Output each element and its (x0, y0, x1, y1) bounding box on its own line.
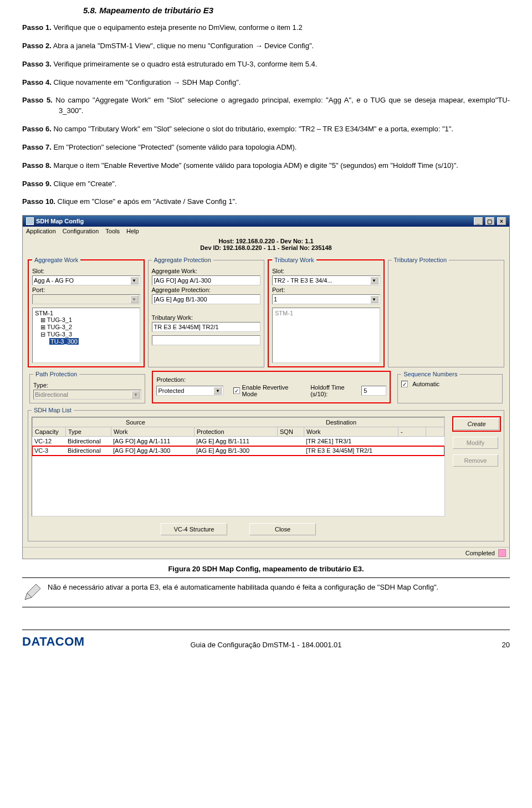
passo-5-label: Passo 5. (22, 96, 53, 104)
agg-prot-blank-value[interactable] (152, 335, 261, 345)
remove-button[interactable]: Remove (453, 454, 498, 467)
passo-9: Passo 9. Clique em "Create". (22, 179, 510, 190)
passo-10-label: Passo 10. (22, 197, 55, 206)
check-icon: ✓ (401, 381, 408, 387)
passo-10-text: Clique em "Close" e após em "Activate / … (55, 197, 237, 206)
passo-9-label: Passo 9. (22, 180, 52, 188)
chevron-down-icon: ▼ (131, 391, 140, 398)
agg-prot-aw-value[interactable]: [AG FO] Agg A/1-300 (152, 275, 261, 285)
app-icon (26, 217, 34, 225)
chevron-down-icon: ▼ (130, 277, 139, 284)
tree-item-selected[interactable]: TU-3_300 (49, 338, 79, 345)
table-row[interactable]: VC-3 Bidirectional [AG FO] Agg A/1-300 [… (32, 446, 444, 456)
col-group-source: Source (33, 419, 238, 426)
tree-item[interactable]: TUG-3_3 (47, 331, 72, 337)
agg-prot-ap-value[interactable]: [AG E] Agg B/1-300 (152, 294, 261, 304)
aggregate-work-groupbox: Aggregate Work Slot: Agg A - AG FO ▼ Por… (28, 257, 145, 367)
menu-application[interactable]: Application (26, 228, 56, 234)
col-dash[interactable]: - (398, 427, 426, 436)
maximize-button[interactable]: ▢ (485, 217, 494, 225)
passo-2: Passo 2. Abra a janela "DmSTM-1 View", c… (22, 41, 510, 52)
automatic-checkbox[interactable]: ✓ Automatic (401, 381, 499, 387)
modify-button[interactable]: Modify (453, 437, 498, 449)
passo-3: Passo 3. Verifique primeiramente se o qu… (22, 59, 510, 70)
passo-4: Passo 4. Clique novamente em "Configurat… (22, 78, 510, 88)
holdoff-label: Holdoff Time (s/10): (310, 384, 359, 397)
agg-prot-ap-label: Aggregate Protection: (152, 287, 261, 293)
passo-1-label: Passo 1. (22, 23, 52, 32)
tributary-work-groupbox: Tributary Work Slot: TR2 - TR E3 E 34/4.… (268, 257, 385, 367)
note-pencil-icon (22, 582, 42, 602)
trib-work-slot-value: TR2 - TR E3 E 34/4... (274, 277, 332, 284)
passo-6-text: No campo "Tributary Work" em "Slot" sele… (52, 125, 453, 133)
check-icon: ✓ (233, 387, 239, 394)
note-text: Não é necessário ativar a porta E3, ela … (48, 582, 438, 602)
col-work[interactable]: Work (111, 427, 195, 436)
path-protection-groupbox: Path Protection Type: Bidirectional ▼ (29, 371, 145, 403)
passo-8: Passo 8. Marque o item "Enable Revertive… (22, 161, 510, 171)
holdoff-input[interactable]: 5 (361, 386, 386, 396)
passo-6-label: Passo 6. (22, 125, 52, 133)
col-dest-work[interactable]: Work (304, 427, 398, 436)
col-capacity[interactable]: Capacity (33, 427, 66, 436)
titlebar[interactable]: SDH Map Config _ ▢ × (23, 216, 509, 227)
passo-4-label: Passo 4. (22, 78, 52, 86)
passo-10: Passo 10. Clique em "Close" e após em "A… (22, 197, 510, 207)
vc4-structure-button[interactable]: VC-4 Structure (161, 523, 227, 535)
svg-marker-0 (25, 584, 40, 600)
protection-groupbox: Protection: Protected ▼ ✓ Enable Reverti… (152, 371, 391, 403)
aggregate-work-legend: Aggregate Work (32, 257, 80, 263)
passo-3-text: Verifique primeiramente se o quadro está… (52, 60, 318, 68)
chevron-down-icon: ▼ (370, 295, 378, 303)
create-button[interactable]: Create (454, 418, 499, 430)
map-table[interactable]: Source Destination Capacity Type Work Pr… (32, 417, 445, 516)
enable-revertive-checkbox[interactable]: ✓ Enable Revertive Mode (233, 384, 300, 397)
passo-8-label: Passo 8. (22, 161, 52, 170)
close-button[interactable]: × (497, 217, 506, 225)
passo-1: Passo 1. Verifique que o equipamento est… (22, 23, 510, 33)
chevron-down-icon: ▼ (130, 295, 139, 303)
col-sqn[interactable]: SQN (278, 427, 304, 436)
chevron-down-icon: ▼ (213, 387, 222, 395)
page-footer: DATACOM Guia de Configuração DmSTM-1 - 1… (22, 630, 510, 649)
trib-work-tree[interactable]: STM-1 (272, 308, 380, 363)
passo-7-text: Em "Protection" selecione "Protected" (s… (52, 143, 297, 151)
col-protection[interactable]: Protection (195, 427, 278, 436)
note-box: Não é necessário ativar a porta E3, ela … (22, 577, 510, 607)
col-type[interactable]: Type (66, 427, 111, 436)
tree-item[interactable]: TUG-3_1 (47, 316, 72, 323)
agg-work-slot-label: Slot: (32, 268, 140, 274)
table-row[interactable]: VC-12 Bidirectional [AG FO] Agg A/1-111 … (32, 437, 444, 446)
passo-2-label: Passo 2. (22, 42, 52, 50)
agg-prot-tw-label: Tributary Work: (152, 314, 261, 321)
path-type-dropdown[interactable]: Bidirectional ▼ (33, 390, 141, 400)
agg-work-slot-dropdown[interactable]: Agg A - AG FO ▼ (32, 275, 140, 285)
aggregate-protection-legend: Aggregate Protection (152, 257, 213, 263)
enable-revertive-label: Enable Revertive Mode (242, 384, 301, 397)
close-dialog-button[interactable]: Close (249, 523, 316, 535)
sdh-map-config-window: SDH Map Config _ ▢ × Application Configu… (22, 215, 510, 559)
chevron-down-icon: ▼ (370, 277, 378, 284)
menu-configuration[interactable]: Configuration (63, 228, 99, 234)
agg-work-tree[interactable]: STM-1 ⊞ TUG-3_1 ⊞ TUG-3_2 ⊟ TUG-3_3 TU-3… (32, 308, 140, 363)
tree-item[interactable]: STM-1 (35, 310, 137, 316)
trib-work-port-dropdown[interactable]: 1 ▼ (272, 294, 380, 304)
menu-tools[interactable]: Tools (105, 228, 120, 234)
passo-5-text: No campo "Aggregate Work" em "Slot" sele… (53, 96, 510, 115)
agg-prot-tw-value[interactable]: TR E3 E 34/45M] TR2/1 (152, 322, 261, 332)
agg-work-port-dropdown[interactable]: ▼ (32, 294, 140, 304)
sequence-numbers-legend: Sequence Numbers (401, 371, 459, 377)
tree-item[interactable]: TUG-3_2 (47, 324, 72, 330)
sdh-map-list-legend: SDH Map List (32, 407, 74, 413)
minimize-button[interactable]: _ (474, 217, 483, 225)
passo-2-text: Abra a janela "DmSTM-1 View", clique no … (52, 42, 314, 50)
agg-work-slot-value: Agg A - AG FO (34, 277, 74, 284)
passo-3-label: Passo 3. (22, 60, 52, 68)
protection-dropdown[interactable]: Protected ▼ (156, 386, 223, 396)
menu-help[interactable]: Help (126, 228, 139, 234)
window-title: SDH Map Config (36, 218, 84, 224)
trib-work-slot-dropdown[interactable]: TR2 - TR E3 E 34/4... ▼ (272, 275, 380, 285)
automatic-label: Automatic (412, 381, 439, 387)
footer-mid: Guia de Configuração DmSTM-1 - 184.0001.… (22, 641, 510, 649)
passo-7-label: Passo 7. (22, 143, 52, 151)
